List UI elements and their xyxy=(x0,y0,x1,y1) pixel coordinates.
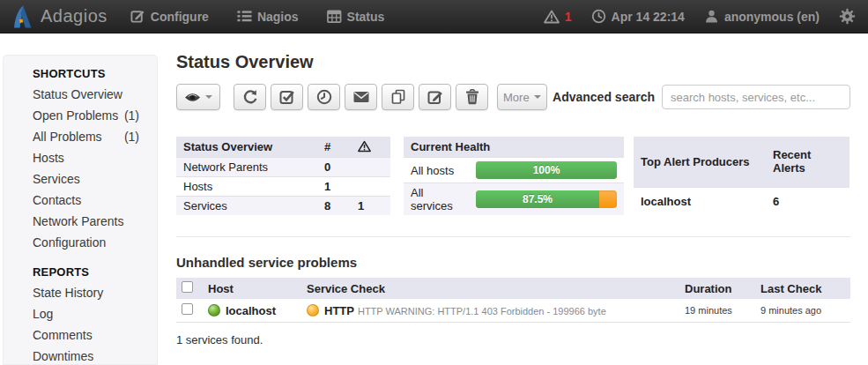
sidebar-item-status-overview[interactable]: Status Overview xyxy=(4,84,157,105)
host-column-header: Host xyxy=(203,278,301,299)
warning-triangle-icon xyxy=(544,10,560,24)
warning-triangle-icon xyxy=(358,140,371,153)
sidebar-item-downtimes[interactable]: Downtimes xyxy=(4,346,157,365)
host-up-status-icon xyxy=(208,304,220,317)
page-title: Status Overview xyxy=(176,52,850,72)
table-row[interactable]: Network Parents 0 xyxy=(176,158,390,177)
eye-icon xyxy=(184,92,201,103)
sidebar: SHORTCUTS Status Overview Open Problems … xyxy=(3,55,158,365)
hosts-health-progressbar: 100% xyxy=(476,161,617,179)
divider xyxy=(176,236,850,237)
producer-host[interactable]: localhost xyxy=(634,187,766,215)
sidebar-section-reports: REPORTS xyxy=(4,262,157,282)
refresh-button[interactable] xyxy=(234,84,266,110)
envelope-icon xyxy=(353,91,369,103)
row-label: All services xyxy=(404,183,472,216)
row-label: Hosts xyxy=(176,177,317,197)
sidebar-item-log[interactable]: Log xyxy=(4,303,157,324)
sidebar-item-label: Status Overview xyxy=(33,86,122,102)
sidebar-item-configuration[interactable]: Configuration xyxy=(4,232,157,253)
sidebar-item-state-history[interactable]: State History xyxy=(4,282,157,303)
notification-button[interactable] xyxy=(345,84,377,110)
warning-column-header xyxy=(351,137,390,158)
top-alert-producers-table: Top Alert Producers Recent Alerts localh… xyxy=(634,137,849,215)
brand[interactable]: Adagios xyxy=(12,5,108,28)
progressbar-fill: 87.5% xyxy=(476,190,599,208)
table-row[interactable]: Services 8 1 xyxy=(176,197,390,216)
chevron-down-icon xyxy=(205,95,212,99)
service-link[interactable]: HTTP xyxy=(324,304,354,317)
sidebar-item-label: Open Problems xyxy=(33,108,118,123)
edit-square-icon xyxy=(427,89,443,105)
sidebar-item-label: Services xyxy=(33,171,80,187)
check-square-icon xyxy=(279,89,295,105)
row-checkbox[interactable] xyxy=(182,303,193,315)
edit-button[interactable] xyxy=(419,84,451,110)
table-icon xyxy=(327,10,342,24)
schedule-downtime-button[interactable] xyxy=(308,84,340,110)
sidebar-item-comments[interactable]: Comments xyxy=(4,324,157,346)
status-table-header: Status Overview xyxy=(176,137,317,158)
sidebar-item-label: Hosts xyxy=(33,150,64,166)
row-label: Services xyxy=(176,197,317,216)
adagios-logo-icon xyxy=(12,5,33,28)
search-input[interactable] xyxy=(662,85,850,109)
summary-panels: Status Overview # Network Parents 0 xyxy=(176,137,850,215)
alert-producers-header: Top Alert Producers xyxy=(634,137,766,187)
sidebar-item-all-problems[interactable]: All Problems (1) xyxy=(4,126,157,147)
progressbar-fill: 100% xyxy=(476,161,617,179)
last-check-value: 9 minutes ago xyxy=(755,299,850,323)
row-count: 0 xyxy=(317,158,351,177)
nav-status[interactable]: Status xyxy=(327,10,385,24)
sidebar-item-count: (1) xyxy=(124,129,139,145)
row-count: 1 xyxy=(317,177,351,197)
duration-column-header: Duration xyxy=(679,278,755,299)
nav-alerts[interactable]: 1 xyxy=(544,10,572,24)
table-row[interactable]: Hosts 1 xyxy=(176,177,390,197)
more-button[interactable]: More xyxy=(497,84,547,110)
sidebar-item-open-problems[interactable]: Open Problems (1) xyxy=(4,105,157,126)
count-column-header: # xyxy=(317,137,351,158)
service-detail: HTTP WARNING: HTTP/1.1 403 Forbidden - 1… xyxy=(358,306,606,317)
sidebar-item-label: All Problems xyxy=(33,129,102,145)
select-all-checkbox[interactable] xyxy=(182,281,193,293)
nav-user-label: anonymous (en) xyxy=(724,10,820,24)
table-row[interactable]: localhost 6 xyxy=(634,187,849,215)
nav-datetime[interactable]: Apr 14 22:14 xyxy=(591,9,685,24)
duration-value: 19 minutes xyxy=(679,299,755,323)
list-icon xyxy=(237,10,252,23)
row-problems xyxy=(351,177,390,197)
sidebar-item-hosts[interactable]: Hosts xyxy=(4,147,157,168)
sidebar-item-label: Log xyxy=(33,306,53,322)
sidebar-item-label: State History xyxy=(33,285,103,301)
advanced-search-label: Advanced search xyxy=(553,90,655,104)
acknowledge-button[interactable] xyxy=(271,84,303,110)
sidebar-item-network-parents[interactable]: Network Parents xyxy=(4,211,157,232)
clock-icon xyxy=(591,9,606,24)
delete-button[interactable] xyxy=(456,84,488,110)
nav-datetime-label: Apr 14 22:14 xyxy=(612,10,685,24)
table-row[interactable]: localhost HTTPHTTP WARNING: HTTP/1.1 403… xyxy=(176,299,850,323)
view-dropdown-button[interactable] xyxy=(176,84,220,110)
host-link[interactable]: localhost xyxy=(226,304,276,317)
copy-button[interactable] xyxy=(382,84,414,110)
nav-nagios[interactable]: Nagios xyxy=(237,10,299,24)
nav-user[interactable]: anonymous (en) xyxy=(704,9,820,24)
trash-icon xyxy=(465,89,479,105)
sidebar-item-services[interactable]: Services xyxy=(4,168,157,190)
row-label: All hosts xyxy=(404,158,472,183)
nav-configure-label: Configure xyxy=(151,10,209,24)
toolbar: More Advanced search xyxy=(176,84,850,110)
user-icon xyxy=(704,9,719,24)
chevron-down-icon xyxy=(534,95,541,99)
row-count: 8 xyxy=(317,197,351,216)
nav-alert-count: 1 xyxy=(565,10,572,24)
brand-name: Adagios xyxy=(41,6,108,26)
nav-settings[interactable] xyxy=(839,8,856,25)
sidebar-item-label: Contacts xyxy=(33,192,81,208)
sidebar-item-contacts[interactable]: Contacts xyxy=(4,190,157,211)
recent-alerts-header: Recent Alerts xyxy=(766,137,849,187)
nav-configure[interactable]: Configure xyxy=(130,9,209,24)
row-label: Network Parents xyxy=(176,158,317,177)
edit-square-icon xyxy=(130,9,145,24)
